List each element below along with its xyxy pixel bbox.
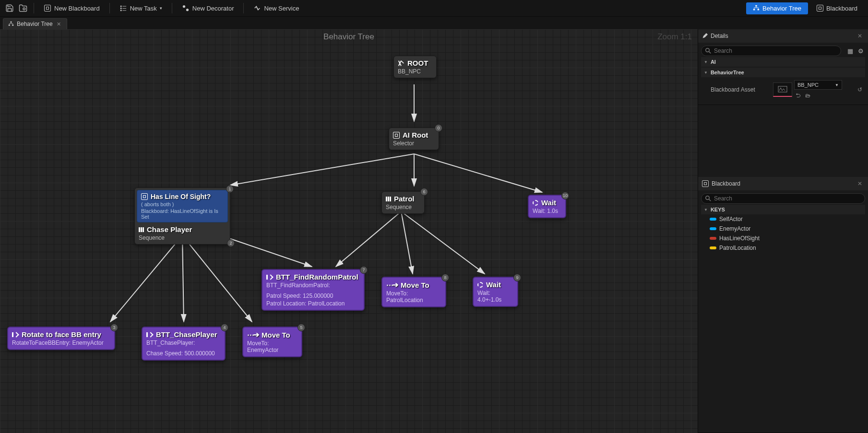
node-index-badge: 8 <box>441 274 449 281</box>
node-ai-root[interactable]: 0 AI Root Selector <box>389 128 439 150</box>
blackboard-search[interactable] <box>701 193 865 204</box>
node-find-patrol[interactable]: 7 BTT_FindRandomPatrol BTT_FindRandomPat… <box>262 269 365 311</box>
decorator-title: Has Line Of Sight? <box>151 193 211 200</box>
details-search[interactable] <box>701 46 841 56</box>
node-root[interactable]: ROOT BB_NPC <box>393 56 437 78</box>
node-findpatrol-sub3: Patrol Location: PatrolLocation <box>266 300 360 307</box>
panel-close-button[interactable]: ✕ <box>856 33 864 39</box>
node-btt-chase-title: BTT_ChasePlayer <box>156 330 217 339</box>
node-moveto-patrol[interactable]: 8 ⋯➔Move To MoveTo: PatrolLocation <box>381 277 446 307</box>
node-patrol[interactable]: 6 Patrol Sequence <box>381 191 425 214</box>
new-decorator-button[interactable]: New Decorator <box>177 2 239 14</box>
blackboard-panel-header[interactable]: Blackboard ✕ <box>698 177 868 190</box>
decorator-sub2: Blackboard: HasLineOfSight is Is Set <box>141 208 224 220</box>
svg-line-18 <box>414 154 542 192</box>
blackboard-icon <box>44 4 51 12</box>
node-wait-r-sub: Wait: 1.0s <box>533 208 561 214</box>
node-moveto2-sub: MoveTo: PatrolLocation <box>386 290 441 304</box>
blackboard-panel: Blackboard ✕ ▼KEYS SelfActorEnemyActorHa… <box>698 177 868 433</box>
key-name: EnemyActor <box>719 225 750 232</box>
blackboard-key[interactable]: SelfActor <box>701 214 865 224</box>
decorator-has-line-of-sight[interactable]: 2 Has Line Of Sight? ( aborts both ) Bla… <box>137 190 228 222</box>
tab-close-button[interactable]: ✕ <box>56 21 62 27</box>
task-icon <box>119 4 127 12</box>
node-ai-root-title: AI Root <box>403 131 428 139</box>
node-moveto1-title: Move To <box>262 331 290 339</box>
node-index-badge: 5 <box>297 324 305 331</box>
node-chase-sub: Sequence <box>139 234 226 241</box>
blackboard-search-input[interactable] <box>714 195 861 202</box>
blackboard-mode-button[interactable]: Blackboard <box>810 2 864 14</box>
save-icon[interactable] <box>4 2 15 14</box>
key-name: SelfActor <box>719 216 743 222</box>
search-icon <box>705 196 711 201</box>
blackboard-key[interactable]: HasLineOfSight <box>701 234 865 243</box>
asset-thumbnail[interactable] <box>773 82 792 97</box>
node-btt-chase[interactable]: 4 BTT_ChasePlayer BTT_ChasePlayer: Chase… <box>142 327 226 361</box>
property-blackboard-asset: Blackboard Asset BB_NPC▼ ⮌ 🗁 ↺ <box>701 77 865 102</box>
svg-line-22 <box>221 235 312 267</box>
decorator-sub1: ( aborts both ) <box>141 201 224 207</box>
svg-rect-11 <box>758 9 760 11</box>
service-icon <box>253 4 261 12</box>
details-panel-header[interactable]: Details ✕ <box>698 29 868 43</box>
node-index-badge: 10 <box>561 192 569 199</box>
svg-rect-6 <box>122 10 126 11</box>
use-selected-icon[interactable]: ⮌ <box>794 92 802 99</box>
new-task-button[interactable]: New Task▾ <box>115 2 167 14</box>
settings-icon[interactable]: ⚙ <box>856 47 865 55</box>
node-wait-right[interactable]: 10 Wait Wait: 1.0s <box>528 195 566 218</box>
node-root-sub: BB_NPC <box>398 68 432 75</box>
node-moveto-enemy[interactable]: 5 ⋯➔Move To MoveTo: EnemyActor <box>242 327 302 357</box>
new-decorator-label: New Decorator <box>192 5 234 12</box>
key-type-pill <box>710 237 716 240</box>
key-type-pill <box>710 246 716 249</box>
bt-mode-label: Behavior Tree <box>762 5 801 12</box>
new-service-button[interactable]: New Service <box>249 2 304 14</box>
blackboard-icon <box>817 5 823 12</box>
browse-to-icon[interactable]: 🗁 <box>804 92 811 99</box>
node-rotate[interactable]: 3 Rotate to face BB entry RotateToFaceBB… <box>7 327 115 350</box>
grid-view-icon[interactable]: ▦ <box>846 47 855 55</box>
svg-point-8 <box>186 9 189 11</box>
node-chase-player[interactable]: 1 2 Has Line Of Sight? ( aborts both ) B… <box>134 187 230 245</box>
svg-line-27 <box>709 52 711 54</box>
svg-line-30 <box>709 199 711 201</box>
blackboard-title: Blackboard <box>712 180 740 187</box>
selector-icon <box>393 132 400 139</box>
blackboard-icon <box>141 193 148 200</box>
svg-rect-3 <box>120 10 122 12</box>
behavior-tree-mode-button[interactable]: Behavior Tree <box>746 2 808 14</box>
graph-canvas[interactable]: Behavior Tree Zoom 1:1 ROOT BB_NPC <box>0 29 698 433</box>
node-btt-chase-sub2: Chase Speed: 500.000000 <box>146 350 221 357</box>
document-tabbar: Behavior Tree ✕ <box>0 17 868 29</box>
blackboard-asset-dropdown[interactable]: BB_NPC▼ <box>794 80 842 90</box>
reset-to-default-icon[interactable]: ↺ <box>857 86 862 93</box>
expand-arrow-icon: ▼ <box>704 208 708 212</box>
svg-line-19 <box>110 235 182 322</box>
blackboard-icon <box>702 180 709 187</box>
node-findpatrol-title: BTT_FindRandomPatrol <box>276 273 358 281</box>
category-ai[interactable]: ▼AI <box>701 57 865 67</box>
blackboard-key[interactable]: EnemyActor <box>701 224 865 234</box>
svg-rect-13 <box>9 25 10 26</box>
key-name: PatrolLocation <box>719 245 756 251</box>
panel-close-button[interactable]: ✕ <box>856 180 864 187</box>
details-search-input[interactable] <box>714 47 837 54</box>
tab-behavior-tree[interactable]: Behavior Tree ✕ <box>3 18 67 29</box>
side-panels: Details ✕ ▦ ⚙ ▼AI ▼BehaviorTree <box>698 29 868 433</box>
browse-icon[interactable] <box>17 2 29 14</box>
svg-rect-9 <box>755 5 757 7</box>
node-wait-patrol[interactable]: 9 Wait Wait: 4.0+-1.0s <box>473 277 518 307</box>
moveto-icon: ⋯➔ <box>386 281 398 289</box>
category-keys[interactable]: ▼KEYS <box>701 205 865 214</box>
node-root-title: ROOT <box>407 59 428 67</box>
category-behaviortree[interactable]: ▼BehaviorTree <box>701 68 865 77</box>
main-toolbar: New Blackboard New Task▾ New Decorator N… <box>0 0 868 17</box>
cat-bt-label: BehaviorTree <box>711 70 744 75</box>
svg-point-26 <box>706 48 710 52</box>
node-ai-root-sub: Selector <box>393 140 435 147</box>
new-blackboard-button[interactable]: New Blackboard <box>39 2 105 14</box>
svg-point-7 <box>183 5 185 8</box>
blackboard-key[interactable]: PatrolLocation <box>701 243 865 253</box>
